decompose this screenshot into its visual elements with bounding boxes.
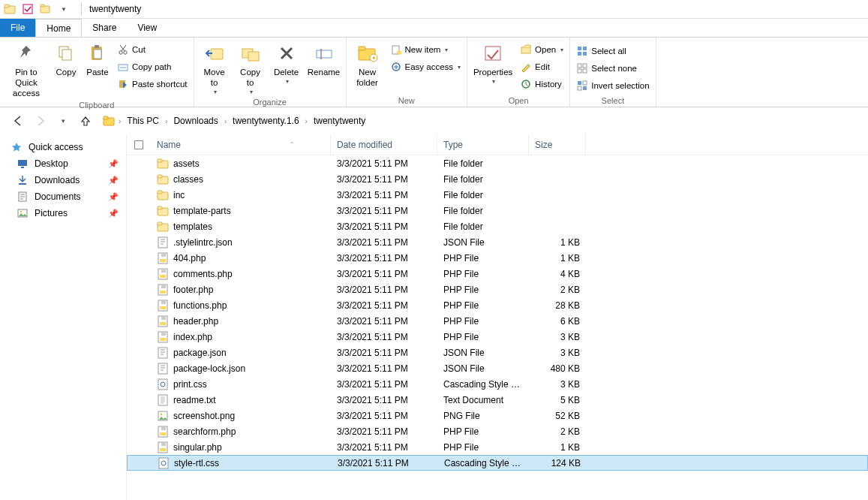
tab-home[interactable]: Home — [35, 19, 82, 37]
qat-properties-button[interactable] — [20, 1, 36, 17]
ribbon-group-new: ✦ New folder New item▾ Easy access▾ — [347, 38, 468, 107]
file-row[interactable]: searchform.php3/3/2021 5:11 PMPHP File2 … — [127, 423, 868, 439]
qat-new-folder-button[interactable] — [38, 1, 54, 17]
paste-button[interactable]: Paste — [83, 40, 113, 80]
paste-shortcut-icon — [117, 78, 129, 90]
copy-to-button[interactable]: Copy to▾ — [233, 40, 268, 97]
file-row[interactable]: 404.php3/3/2021 5:11 PMPHP File1 KB — [127, 250, 868, 266]
tab-share[interactable]: Share — [82, 19, 127, 37]
file-type: JSON File — [437, 348, 529, 358]
chevron-right-icon[interactable]: › — [304, 117, 309, 125]
open-button[interactable]: Open▾ — [517, 41, 566, 58]
svg-rect-72 — [158, 363, 167, 374]
file-date: 3/3/2021 5:11 PM — [331, 426, 437, 437]
file-pane: Name˄ Date modified Type Size assets3/3/… — [126, 134, 868, 500]
new-folder-button[interactable]: ✦ New folder — [350, 40, 386, 90]
select-all-checkbox[interactable] — [127, 140, 151, 149]
select-all-button[interactable]: Select all — [573, 43, 652, 59]
file-row[interactable]: .stylelintrc.json3/3/2021 5:11 PMJSON Fi… — [127, 234, 868, 250]
copy-button[interactable]: Copy — [51, 40, 81, 80]
svg-rect-49 — [158, 159, 162, 162]
column-header-date[interactable]: Date modified — [331, 134, 437, 155]
column-header-name[interactable]: Name˄ — [151, 134, 331, 155]
invert-selection-button[interactable]: Invert selection — [573, 77, 652, 94]
file-row[interactable]: package.json3/3/2021 5:11 PMJSON File3 K… — [127, 345, 868, 360]
file-row[interactable]: index.php3/3/2021 5:11 PMPHP File3 KB — [127, 329, 868, 345]
breadcrumb-segment[interactable]: twentytwenty — [311, 116, 368, 126]
history-button[interactable]: History — [517, 76, 566, 92]
file-type: File folder — [437, 206, 529, 216]
file-row[interactable]: assets3/3/2021 5:11 PMFile folder — [127, 155, 868, 171]
forward-button[interactable] — [32, 112, 50, 130]
copy-path-button[interactable]: Copy path — [114, 59, 191, 75]
back-button[interactable] — [9, 112, 27, 130]
sidebar-quick-access[interactable]: Quick access — [0, 139, 126, 155]
rename-button[interactable]: Rename — [305, 40, 343, 80]
file-icon — [157, 426, 169, 438]
file-row[interactable]: classes3/3/2021 5:11 PMFile folder — [127, 171, 868, 187]
pin-icon: 📌 — [108, 159, 119, 169]
file-row[interactable]: functions.php3/3/2021 5:11 PMPHP File28 … — [127, 297, 868, 313]
recent-locations-button[interactable]: ▾ — [54, 112, 72, 130]
file-size: 3 KB — [529, 348, 586, 358]
sidebar-desktop[interactable]: Desktop 📌 — [0, 155, 126, 172]
file-row[interactable]: print.css3/3/2021 5:11 PMCascading Style… — [127, 376, 868, 392]
file-row[interactable]: inc3/3/2021 5:11 PMFile folder — [127, 187, 868, 203]
file-icon — [157, 363, 169, 375]
file-date: 3/3/2021 5:11 PM — [331, 253, 437, 264]
file-name: style-rtl.css — [174, 458, 219, 468]
column-header-type[interactable]: Type — [437, 134, 529, 155]
up-button[interactable] — [77, 112, 95, 130]
file-row[interactable]: screenshot.png3/3/2021 5:11 PMPNG File52… — [127, 408, 868, 423]
tab-view[interactable]: View — [127, 19, 167, 37]
file-type: PNG File — [437, 411, 529, 421]
breadcrumb-segment[interactable]: Downloads — [170, 116, 221, 126]
delete-button[interactable]: Delete▾ — [269, 40, 304, 86]
svg-rect-82 — [159, 458, 168, 468]
file-row[interactable]: templates3/3/2021 5:11 PMFile folder — [127, 218, 868, 234]
file-row[interactable]: singular.php3/3/2021 5:11 PMPHP File1 KB — [127, 439, 868, 455]
move-to-button[interactable]: Move to▾ — [197, 40, 232, 97]
file-row[interactable]: footer.php3/3/2021 5:11 PMPHP File2 KB — [127, 282, 868, 297]
svg-rect-30 — [578, 52, 581, 56]
file-row[interactable]: comments.php3/3/2021 5:11 PMPHP File4 KB — [127, 266, 868, 282]
breadcrumb-segment[interactable]: twentytwenty.1.6 — [230, 116, 302, 126]
file-row[interactable]: style-rtl.css3/3/2021 5:11 PMCascading S… — [127, 455, 868, 471]
tab-file[interactable]: File — [0, 19, 35, 37]
edit-button[interactable]: Edit — [517, 59, 566, 75]
sidebar-downloads[interactable]: Downloads 📌 — [0, 172, 126, 188]
breadcrumb[interactable]: › This PC › Downloads › twentytwenty.1.6… — [99, 112, 859, 130]
svg-rect-60 — [160, 259, 166, 262]
svg-rect-51 — [158, 175, 162, 178]
file-row[interactable]: template-parts3/3/2021 5:11 PMFile folde… — [127, 203, 868, 218]
file-name: singular.php — [173, 442, 222, 453]
new-item-button[interactable]: New item▾ — [387, 41, 464, 58]
chevron-right-icon[interactable]: › — [117, 117, 122, 125]
star-icon — [11, 141, 23, 153]
breadcrumb-segment[interactable]: This PC — [124, 116, 162, 126]
file-row[interactable]: header.php3/3/2021 5:11 PMPHP File6 KB — [127, 313, 868, 329]
chevron-right-icon[interactable]: › — [223, 117, 228, 125]
properties-button[interactable]: Properties▾ — [470, 40, 515, 86]
sidebar-pictures[interactable]: Pictures 📌 — [0, 205, 126, 221]
qat-customize-button[interactable]: ▼ — [56, 1, 72, 17]
svg-rect-16 — [248, 52, 259, 61]
file-row[interactable]: readme.txt3/3/2021 5:11 PMText Document5… — [127, 392, 868, 408]
column-header-size[interactable]: Size — [529, 134, 586, 155]
chevron-right-icon[interactable]: › — [164, 117, 169, 125]
file-icon — [157, 300, 169, 312]
svg-rect-55 — [158, 206, 162, 209]
svg-rect-37 — [583, 81, 587, 85]
file-date: 3/3/2021 5:11 PM — [331, 206, 437, 216]
pin-to-quick-access-button[interactable]: Pin to Quick access — [3, 40, 50, 100]
select-all-icon — [576, 45, 588, 57]
file-list[interactable]: assets3/3/2021 5:11 PMFile folderclasses… — [127, 155, 868, 471]
svg-point-10 — [119, 51, 122, 54]
cut-button[interactable]: Cut — [114, 41, 191, 58]
easy-access-button[interactable]: Easy access▾ — [387, 59, 464, 75]
sidebar-documents[interactable]: Documents 📌 — [0, 188, 126, 205]
paste-shortcut-button[interactable]: Paste shortcut — [114, 76, 191, 92]
file-row[interactable]: package-lock.json3/3/2021 5:11 PMJSON Fi… — [127, 360, 868, 376]
easy-access-icon — [390, 61, 402, 73]
select-none-button[interactable]: Select none — [573, 60, 652, 77]
